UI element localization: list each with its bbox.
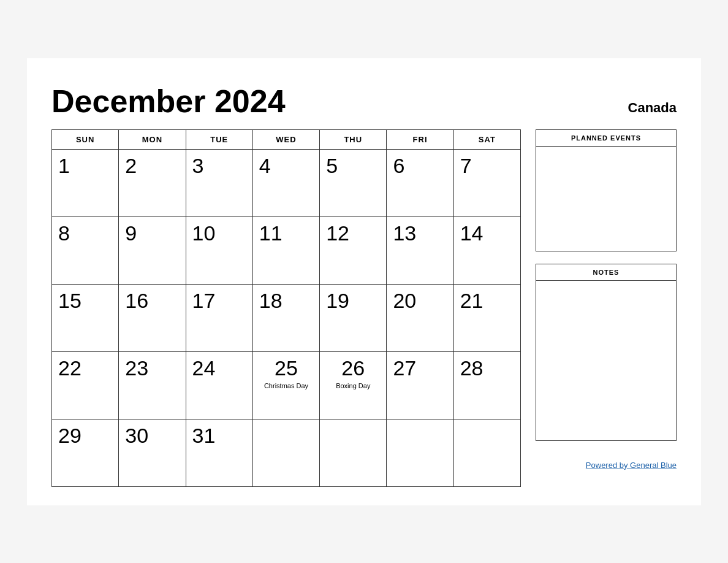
day-number: 24: [192, 357, 216, 380]
day-content: 21: [460, 289, 514, 312]
day-number: 25: [275, 357, 298, 380]
calendar-cell: 23: [119, 351, 186, 419]
day-content: 15: [58, 289, 112, 312]
day-content: 23: [125, 357, 179, 380]
day-number: 5: [326, 155, 338, 177]
dow-header-cell: THU: [320, 129, 387, 149]
planned-events-header: PLANNED EVENTS: [536, 130, 676, 147]
day-number: 16: [125, 289, 148, 312]
calendar-cell: [453, 419, 520, 486]
day-content: 30: [125, 424, 179, 447]
day-content: 20: [393, 289, 447, 312]
day-content: 27: [393, 357, 447, 380]
dow-header-cell: FRI: [387, 129, 453, 149]
day-number: 4: [259, 155, 271, 177]
calendar-cell: 29: [52, 419, 119, 486]
holiday-label: Christmas Day: [264, 382, 308, 389]
calendar-cell: 31: [186, 419, 252, 486]
day-content: 1: [58, 155, 112, 177]
day-number: 3: [192, 155, 204, 177]
calendar-cell: 12: [320, 216, 387, 284]
calendar-cell: 22: [52, 351, 119, 419]
calendar-cell: 24: [186, 351, 252, 419]
country-label: Canada: [628, 100, 677, 116]
calendar-cell: 13: [387, 216, 453, 284]
calendar-cell: 27: [387, 351, 453, 419]
day-number: 22: [58, 357, 82, 380]
day-content: 24: [192, 357, 246, 380]
day-content: 8: [58, 222, 112, 245]
day-number: 20: [393, 289, 416, 312]
day-content: 13: [393, 222, 447, 245]
powered-by-link[interactable]: Powered by General Blue: [586, 461, 677, 470]
calendar-cell: 17: [186, 284, 252, 351]
calendar-cell: 16: [119, 284, 186, 351]
dow-header-cell: SUN: [52, 129, 119, 149]
day-number: 27: [393, 357, 416, 380]
calendar-cell: 11: [252, 216, 319, 284]
day-with-holiday: 26 Boxing Day: [326, 357, 380, 389]
day-number: 8: [58, 222, 70, 245]
day-number: 18: [259, 289, 282, 312]
day-number: 11: [259, 222, 282, 245]
day-number: 21: [460, 289, 483, 312]
day-content: 17: [192, 289, 246, 312]
day-content: 19: [326, 289, 380, 312]
calendar-cell: 26 Boxing Day: [320, 351, 387, 419]
dow-header-cell: TUE: [186, 129, 252, 149]
day-number: 12: [326, 222, 349, 245]
calendar-cell: 28: [453, 351, 520, 419]
notes-box: NOTES: [536, 264, 677, 441]
day-number: 15: [58, 289, 82, 312]
day-number: 9: [125, 222, 137, 245]
day-number: 30: [125, 424, 148, 447]
day-number: 17: [192, 289, 216, 312]
day-number: 7: [460, 155, 472, 177]
calendar-cell: 21: [453, 284, 520, 351]
notes-header: NOTES: [536, 264, 676, 281]
page: December 2024 Canada SUNMONTUEWEDTHUFRIS…: [27, 58, 701, 505]
calendar-cell: 30: [119, 419, 186, 486]
day-number: 31: [192, 424, 216, 447]
calendar-cell: 9: [119, 216, 186, 284]
calendar-cell: 7: [453, 149, 520, 216]
page-title: December 2024: [51, 83, 286, 120]
calendar-cell: 19: [320, 284, 387, 351]
notes-body: [536, 281, 676, 440]
day-number: 29: [58, 424, 82, 447]
day-content: 29: [58, 424, 112, 447]
day-content: 12: [326, 222, 380, 245]
calendar-cell: [320, 419, 387, 486]
dow-header-cell: MON: [119, 129, 186, 149]
sidebar-section: PLANNED EVENTS NOTES Powered by General …: [536, 129, 677, 487]
day-number: 2: [125, 155, 137, 177]
day-number: 23: [125, 357, 148, 380]
day-content: 4: [259, 155, 313, 177]
calendar-table: SUNMONTUEWEDTHUFRISAT 123456789101112131…: [51, 129, 521, 487]
dow-header-cell: WED: [252, 129, 319, 149]
day-number: 10: [192, 222, 216, 245]
day-number: 13: [393, 222, 416, 245]
planned-events-body: [536, 147, 676, 251]
day-content: 16: [125, 289, 179, 312]
day-content: 31: [192, 424, 246, 447]
day-content: 11: [259, 222, 313, 245]
planned-events-box: PLANNED EVENTS: [536, 129, 677, 251]
calendar-cell: 18: [252, 284, 319, 351]
calendar-cell: 3: [186, 149, 252, 216]
calendar-cell: 4: [252, 149, 319, 216]
calendar-cell: 6: [387, 149, 453, 216]
calendar-cell: 15: [52, 284, 119, 351]
day-content: 18: [259, 289, 313, 312]
day-number: 26: [341, 357, 365, 380]
calendar-cell: 2: [119, 149, 186, 216]
calendar-section: SUNMONTUEWEDTHUFRISAT 123456789101112131…: [51, 129, 521, 487]
day-number: 19: [326, 289, 349, 312]
main-layout: SUNMONTUEWEDTHUFRISAT 123456789101112131…: [51, 129, 677, 487]
day-content: 14: [460, 222, 514, 245]
day-content: 10: [192, 222, 246, 245]
day-content: 22: [58, 357, 112, 380]
day-number: 14: [460, 222, 483, 245]
day-content: 5: [326, 155, 380, 177]
calendar-cell: 10: [186, 216, 252, 284]
